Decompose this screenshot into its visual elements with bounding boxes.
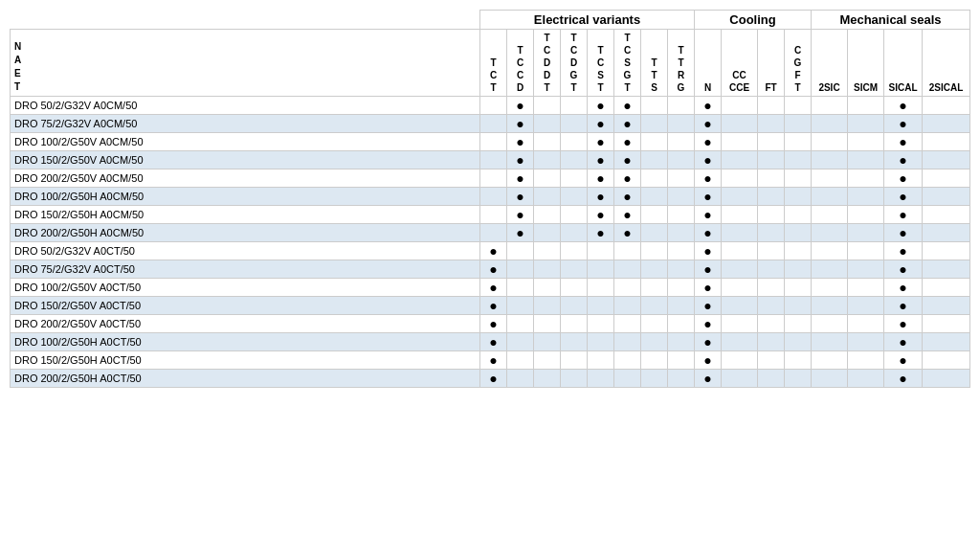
data-cell-sical: ● — [884, 115, 923, 133]
data-cell-tct: ● — [480, 297, 507, 315]
dot-indicator: ● — [516, 170, 523, 186]
row-label: DRO 75/2/G32V A0CM/50 — [11, 115, 480, 133]
dot-indicator: ● — [703, 98, 711, 113]
data-cell-cccce — [722, 206, 758, 224]
data-cell-2sic — [812, 188, 848, 206]
dot-indicator: ● — [703, 134, 711, 149]
data-cell-ft — [758, 333, 785, 351]
dot-indicator: ● — [899, 352, 906, 368]
row-label: DRO 100/2/G50V A0CT/50 — [11, 279, 480, 297]
data-cell-ft — [758, 206, 785, 224]
data-cell-tcdgt — [561, 297, 588, 315]
data-cell-cgft — [785, 115, 812, 133]
data-cell-sicm — [848, 224, 884, 242]
data-cell-2sic — [812, 279, 848, 297]
data-cell-2sic — [812, 333, 848, 351]
data-cell-cccce — [722, 224, 758, 242]
data-cell-tct — [480, 188, 507, 206]
data-cell-tct — [480, 206, 507, 224]
col-header-tcsgt: TCSGT — [614, 30, 641, 97]
data-cell-cccce — [722, 279, 758, 297]
data-cell-tts — [641, 351, 668, 370]
data-cell-tcddt — [534, 315, 561, 333]
data-cell-ttrg — [668, 224, 695, 242]
row-label: DRO 150/2/G50H A0CM/50 — [11, 206, 480, 224]
data-cell-ttrg — [668, 351, 695, 370]
table-row: DRO 150/2/G50H A0CM/50●●●●● — [11, 206, 970, 224]
data-cell-2sical — [923, 188, 970, 206]
data-cell-tccd — [507, 297, 534, 315]
dot-indicator: ● — [899, 207, 906, 222]
data-cell-tcddt — [534, 260, 561, 279]
data-cell-tts — [641, 97, 668, 115]
row-label: DRO 150/2/G50H A0CT/50 — [11, 351, 480, 370]
data-cell-cccce — [722, 297, 758, 315]
empty-header — [11, 11, 480, 30]
data-cell-tcst — [588, 297, 614, 315]
data-cell-ft — [758, 115, 785, 133]
data-cell-ft — [758, 242, 785, 260]
data-cell-tct — [480, 169, 507, 188]
data-cell-cgft — [785, 370, 812, 388]
data-cell-tcdgt — [561, 242, 588, 260]
data-cell-2sical — [923, 333, 970, 351]
dot-indicator: ● — [516, 225, 523, 240]
data-cell-tts — [641, 206, 668, 224]
data-cell-n_cool: ● — [695, 224, 722, 242]
data-cell-ttrg — [668, 242, 695, 260]
row-label: DRO 200/2/G50H A0CM/50 — [11, 224, 480, 242]
data-cell-ttrg — [668, 370, 695, 388]
data-cell-n_cool: ● — [695, 279, 722, 297]
data-cell-tts — [641, 315, 668, 333]
data-cell-sicm — [848, 333, 884, 351]
data-cell-cccce — [722, 133, 758, 151]
data-cell-tccd: ● — [507, 97, 534, 115]
dot-indicator: ● — [899, 243, 906, 259]
table-row: DRO 150/2/G50H A0CT/50●●● — [11, 351, 970, 370]
cooling-header: Cooling — [695, 11, 812, 30]
data-cell-tcdgt — [561, 315, 588, 333]
data-cell-tcddt — [534, 206, 561, 224]
dot-indicator: ● — [703, 243, 711, 259]
data-cell-tct: ● — [480, 370, 507, 388]
dot-indicator: ● — [703, 225, 711, 240]
row-label: DRO 150/2/G50V A0CM/50 — [11, 151, 480, 169]
data-cell-2sic — [812, 315, 848, 333]
data-cell-tts — [641, 333, 668, 351]
data-cell-n_cool: ● — [695, 115, 722, 133]
data-cell-tct — [480, 151, 507, 169]
data-cell-tccd — [507, 370, 534, 388]
dot-indicator: ● — [899, 298, 906, 313]
dot-indicator: ● — [623, 152, 631, 168]
data-cell-tts — [641, 279, 668, 297]
data-cell-2sical — [923, 224, 970, 242]
dot-indicator: ● — [596, 207, 604, 222]
data-cell-tcsg: ● — [614, 97, 641, 115]
data-cell-n_cool: ● — [695, 188, 722, 206]
data-cell-ttrg — [668, 188, 695, 206]
data-cell-tcddt — [534, 370, 561, 388]
data-cell-cccce — [722, 370, 758, 388]
col-header-ttrg: TTRG — [668, 30, 695, 97]
data-cell-tcst — [588, 279, 614, 297]
data-cell-tccd: ● — [507, 115, 534, 133]
data-cell-sicm — [848, 97, 884, 115]
data-cell-sicm — [848, 133, 884, 151]
dot-indicator: ● — [899, 116, 906, 131]
col-header-name: NAET — [11, 30, 480, 97]
group-header-row: Electrical variants Cooling Mechanical s… — [11, 11, 970, 30]
data-cell-tct: ● — [480, 242, 507, 260]
data-cell-2sic — [812, 97, 848, 115]
data-cell-cgft — [785, 297, 812, 315]
data-cell-tcst: ● — [588, 169, 614, 188]
data-cell-2sic — [812, 351, 848, 370]
data-cell-tcsg — [614, 315, 641, 333]
dot-indicator: ● — [703, 261, 711, 277]
table-row: DRO 200/2/G50H A0CT/50●●● — [11, 370, 970, 388]
dot-indicator: ● — [899, 371, 906, 386]
table-row: DRO 50/2/G32V A0CT/50●●● — [11, 242, 970, 260]
data-cell-cgft — [785, 351, 812, 370]
dot-indicator: ● — [703, 298, 711, 313]
data-cell-2sical — [923, 279, 970, 297]
table-row: DRO 100/2/G50H A0CT/50●●● — [11, 333, 970, 351]
